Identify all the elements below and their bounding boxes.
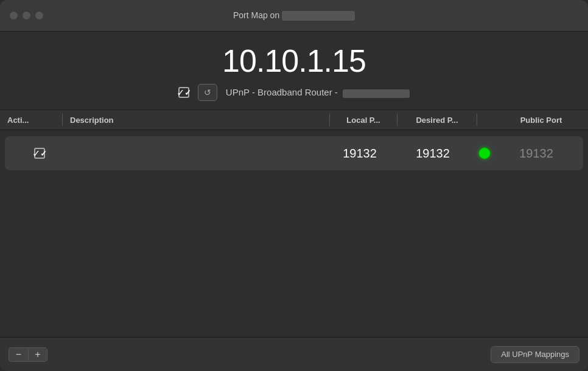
- row-checkbox[interactable]: ✓: [34, 148, 45, 159]
- title-bar: Port Map on: [0, 0, 588, 32]
- table-section: Acti... Description Local P... Desired P…: [0, 109, 588, 337]
- plus-icon: +: [35, 349, 40, 360]
- all-upnp-mappings-button[interactable]: All UPnP Mappings: [491, 346, 579, 363]
- refresh-button[interactable]: ↺: [198, 84, 217, 101]
- window-title: Port Map on: [233, 10, 355, 21]
- header-desired-port: Desired P...: [397, 116, 477, 125]
- all-mappings-label: All UPnP Mappings: [501, 350, 569, 359]
- header-public-port: Public Port: [502, 116, 581, 125]
- header-action: Acti...: [7, 116, 62, 125]
- router-info: ✓ ↺ UPnP - Broadband Router -: [178, 84, 410, 101]
- redacted-title: [282, 11, 355, 21]
- redacted-router-name: [343, 89, 410, 98]
- table-header: Acti... Description Local P... Desired P…: [0, 109, 588, 130]
- row-local-port-cell: 19132: [326, 147, 393, 161]
- main-window: Port Map on 10.10.1.15 ✓ ↺ UPnP - Broadb…: [0, 0, 588, 371]
- row-desired-port-cell: 19132: [393, 147, 472, 161]
- header-description: Description: [63, 116, 329, 125]
- refresh-icon: ↺: [204, 88, 211, 97]
- window-controls: [10, 12, 43, 19]
- minimize-button[interactable]: [23, 12, 30, 19]
- table-row[interactable]: ✓ 19132 19132 19132: [5, 136, 583, 170]
- add-button[interactable]: +: [28, 347, 47, 362]
- checkmark-icon: ✓: [177, 87, 184, 99]
- ip-section: 10.10.1.15 ✓ ↺ UPnP - Broadband Router -: [0, 32, 588, 109]
- close-button[interactable]: [10, 12, 18, 19]
- bottom-toolbar: − + All UPnP Mappings: [0, 337, 588, 371]
- row-action-cell: ✓: [12, 148, 67, 159]
- status-active-dot: [479, 148, 490, 159]
- row-status-cell: [472, 148, 497, 159]
- toolbar-left: − +: [9, 347, 47, 362]
- maximize-button[interactable]: [35, 12, 43, 19]
- table-body: ✓ 19132 19132 19132: [0, 130, 588, 337]
- row-public-port-cell: 19132: [497, 147, 576, 161]
- row-checkmark-icon: ✓: [32, 148, 40, 159]
- minus-icon: −: [16, 349, 21, 360]
- header-local-port: Local P...: [330, 116, 397, 125]
- remove-button[interactable]: −: [9, 347, 28, 362]
- ip-address: 10.10.1.15: [222, 43, 366, 79]
- router-checkbox[interactable]: ✓: [178, 87, 189, 98]
- router-name-label: UPnP - Broadband Router -: [226, 87, 410, 97]
- header-divider-4: [477, 114, 477, 126]
